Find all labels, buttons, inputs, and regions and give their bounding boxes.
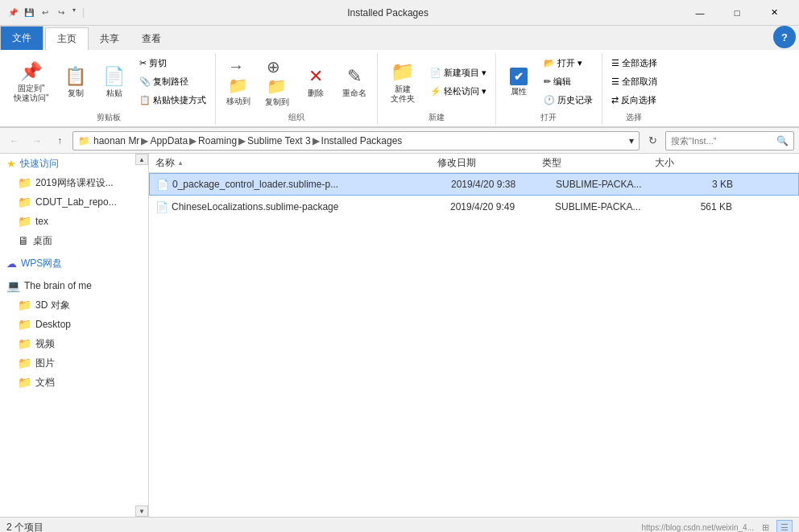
sidebar-item-quick-access[interactable]: ★ 快速访问 <box>0 154 148 173</box>
col-header-date[interactable]: 修改日期 <box>437 156 542 170</box>
path-part-5[interactable]: Installed Packages <box>321 135 403 146</box>
sidebar-item-desktop[interactable]: 🖥 桌面 <box>0 231 148 250</box>
invert-selection-button[interactable]: ⇄ 反向选择 <box>607 92 661 109</box>
easy-access-button[interactable]: ⚡ 轻松访问 ▾ <box>426 83 491 100</box>
sidebar-label-2019: 2019网络课程设... <box>35 176 114 190</box>
minimize-button[interactable]: — <box>681 0 718 26</box>
ribbon-tabs: 文件 主页 共享 查看 ? <box>0 26 799 50</box>
paste-shortcut-button[interactable]: 📋 粘贴快捷方式 <box>135 92 210 109</box>
close-button[interactable]: ✕ <box>756 0 793 26</box>
file-date-1: 2019/4/20 9:38 <box>451 179 556 190</box>
rename-icon: ✎ <box>347 66 362 87</box>
delete-button[interactable]: ✕ 删除 <box>298 56 333 108</box>
redo-icon[interactable]: ↪ <box>55 6 68 19</box>
new-item-icon: 📄 <box>430 68 441 78</box>
help-button[interactable]: ? <box>773 26 796 48</box>
refresh-button[interactable]: ↻ <box>643 131 662 151</box>
clipboard-small-btns: ✂ 剪切 📎 复制路径 📋 粘贴快捷方式 <box>135 55 210 109</box>
col-date-label: 修改日期 <box>437 156 476 170</box>
back-button[interactable]: ← <box>5 131 24 151</box>
sidebar-item-pictures[interactable]: 📁 图片 <box>0 353 148 373</box>
col-header-type[interactable]: 类型 <box>542 156 655 170</box>
col-header-name[interactable]: 名称 ▲ <box>155 156 437 170</box>
file-type-2: SUBLIME-PACKA... <box>555 201 668 212</box>
deselect-all-button[interactable]: ☰ 全部取消 <box>607 73 661 90</box>
file-list-header: 名称 ▲ 修改日期 类型 大小 <box>149 154 799 173</box>
rename-button[interactable]: ✎ 重命名 <box>337 56 372 108</box>
ribbon-group-organize: →📁 移动到 ⊕📁 复制到 ✕ 删除 ✎ 重命名 组织 <box>216 53 378 125</box>
folder-icon-desktop: 🖥 <box>18 234 29 247</box>
new-item-button[interactable]: 📄 新建项目 ▾ <box>426 64 491 81</box>
undo-icon[interactable]: ↩ <box>39 6 52 19</box>
tab-file[interactable]: 文件 <box>0 26 43 50</box>
sidebar-label-wps: WPS网盘 <box>21 257 62 270</box>
copy-icon: 📋 <box>64 66 86 87</box>
sidebar-item-3d[interactable]: 📁 3D 对象 <box>0 295 148 315</box>
sidebar-item-2019[interactable]: 📁 2019网络课程设... <box>0 173 148 192</box>
sidebar-item-brain[interactable]: 💻 The brain of me <box>0 276 148 295</box>
address-path[interactable]: 📁 haonan Mr ▶ AppData ▶ Roaming ▶ Sublim… <box>72 131 640 151</box>
tab-home[interactable]: 主页 <box>45 27 89 50</box>
sidebar-item-wps[interactable]: ☁ WPS网盘 <box>0 254 148 273</box>
open-buttons: ✔ 属性 📂 打开 ▾ ✏ 编辑 🕐 历史记录 <box>501 53 597 110</box>
new-folder-button[interactable]: 📁 新建文件夹 <box>383 56 423 108</box>
col-header-size[interactable]: 大小 <box>655 156 719 170</box>
properties-button[interactable]: ✔ 属性 <box>501 56 536 108</box>
copy-path-button[interactable]: 📎 复制路径 <box>135 73 210 90</box>
sidebar-label-cdut: CDUT_Lab_repo... <box>35 196 117 208</box>
file-row-2[interactable]: 📄 ChineseLocalizations.sublime-package 2… <box>149 196 799 218</box>
sidebar-item-tex[interactable]: 📁 tex <box>0 212 148 231</box>
path-part-2[interactable]: AppData <box>150 135 188 146</box>
deselect-all-icon: ☰ <box>611 76 619 87</box>
paste-button[interactable]: 📄 粘贴 <box>97 56 132 108</box>
up-button[interactable]: ↑ <box>50 131 69 151</box>
save-icon[interactable]: 💾 <box>23 6 35 19</box>
delete-icon: ✕ <box>308 66 323 87</box>
history-icon: 🕐 <box>544 95 555 105</box>
path-part-3[interactable]: Roaming <box>198 135 237 146</box>
forward-button[interactable]: → <box>27 131 47 151</box>
paste-shortcut-label: 粘贴快捷方式 <box>153 94 206 106</box>
path-part-1[interactable]: haonan Mr <box>93 135 139 146</box>
sidebar-scroll-up[interactable]: ▲ <box>135 154 148 165</box>
folder-icon-brain: 💻 <box>6 279 20 292</box>
tab-share[interactable]: 共享 <box>89 27 130 50</box>
rename-label: 重命名 <box>342 89 366 98</box>
sidebar-item-video[interactable]: 📁 视频 <box>0 334 148 353</box>
folder-icon-docs: 📁 <box>18 376 31 389</box>
edit-button[interactable]: ✏ 编辑 <box>540 73 597 90</box>
pin-icon[interactable]: 📌 <box>6 6 19 19</box>
col-size-label: 大小 <box>655 156 674 170</box>
col-type-label: 类型 <box>542 156 561 170</box>
pin-to-quick-access-button[interactable]: 📌 固定到"快速访问" <box>8 56 55 108</box>
cloud-icon: ☁ <box>6 258 17 270</box>
paste-label: 粘贴 <box>106 89 122 98</box>
cut-button[interactable]: ✂ 剪切 <box>135 55 210 72</box>
search-box[interactable]: 🔍 <box>665 131 794 151</box>
tab-view[interactable]: 查看 <box>130 27 172 50</box>
open-button[interactable]: 📂 打开 ▾ <box>540 55 597 72</box>
titlebar-dropdown-icon[interactable]: ▾ <box>72 6 76 19</box>
invert-label: 反向选择 <box>621 94 656 106</box>
file-row-1[interactable]: 📄 0_package_control_loader.sublime-p... … <box>149 173 799 196</box>
move-to-button[interactable]: →📁 移动到 <box>221 56 256 108</box>
copy-to-button[interactable]: ⊕📁 复制到 <box>259 56 295 108</box>
select-all-button[interactable]: ☰ 全部选择 <box>607 55 661 72</box>
file-icon-2: 📄 <box>155 201 168 213</box>
view-icon-grid[interactable]: ⊞ <box>757 520 773 533</box>
sidebar-label-video: 视频 <box>35 337 55 351</box>
sidebar-label-quick-access: 快速访问 <box>20 157 59 171</box>
search-input[interactable] <box>671 136 773 146</box>
ribbon-group-select: ☰ 全部选择 ☰ 全部取消 ⇄ 反向选择 选择 <box>602 53 666 125</box>
history-button[interactable]: 🕐 历史记录 <box>540 92 597 109</box>
sidebar-scroll-down[interactable]: ▼ <box>135 505 148 517</box>
copy-to-icon: ⊕📁 <box>267 57 287 96</box>
sidebar-item-cdut[interactable]: 📁 CDUT_Lab_repo... <box>0 192 148 212</box>
sidebar-item-docs[interactable]: 📁 文档 <box>0 373 148 392</box>
path-dropdown-icon[interactable]: ▾ <box>629 135 634 146</box>
copy-button[interactable]: 📋 复制 <box>58 56 93 108</box>
sidebar-item-desktop2[interactable]: 📁 Desktop <box>0 315 148 334</box>
view-icon-list[interactable]: ☰ <box>776 520 793 533</box>
maximize-button[interactable]: □ <box>718 0 756 26</box>
path-part-4[interactable]: Sublime Text 3 <box>247 135 311 146</box>
